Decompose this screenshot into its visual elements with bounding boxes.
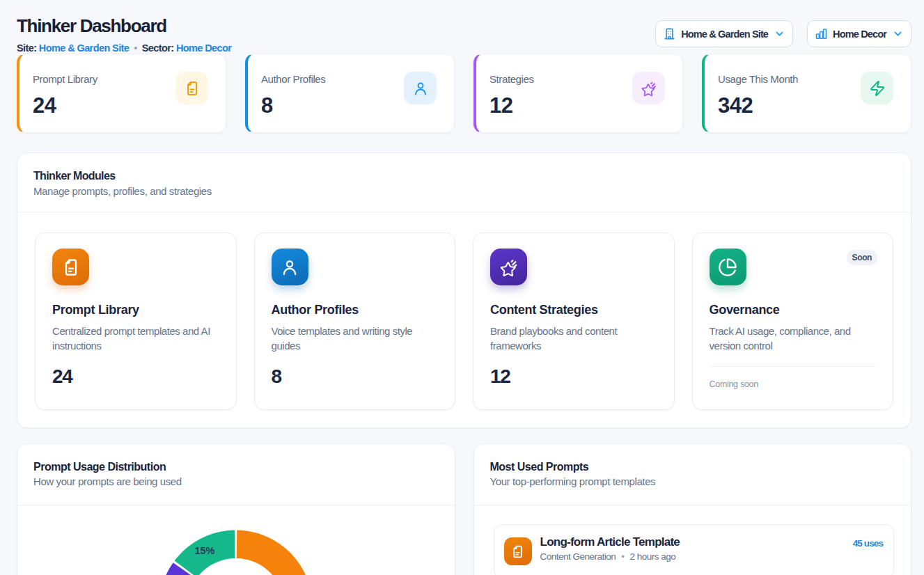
- svg-text:15%: 15%: [194, 545, 214, 556]
